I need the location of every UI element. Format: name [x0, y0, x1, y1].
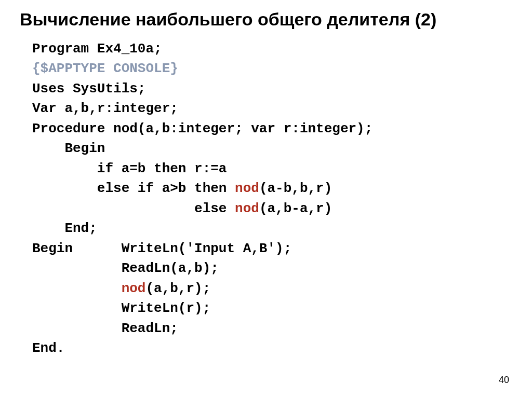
page-number: 40: [499, 375, 509, 386]
code-line: ReadLn;: [32, 321, 178, 336]
code-call: nod: [122, 281, 146, 296]
code-line-part: else: [32, 201, 235, 216]
code-line: Procedure nod(a,b:integer; var r:integer…: [32, 121, 373, 136]
code-line: End.: [32, 340, 64, 356]
code-line-part: (a,b-a,r): [259, 201, 332, 216]
code-directive: {$APPTYPE CONSOLE}: [32, 61, 178, 76]
code-line: Program Ex4_10a;: [32, 41, 162, 57]
code-line-part: else if a>b then: [32, 181, 235, 196]
code-line: Begin WriteLn('Input A,B');: [32, 241, 291, 256]
code-block: Program Ex4_10a; {$APPTYPE CONSOLE} Uses…: [0, 30, 532, 359]
code-call: nod: [235, 181, 259, 196]
code-line: Uses SysUtils;: [32, 81, 145, 97]
code-line: ReadLn(a,b);: [32, 260, 219, 276]
code-line: if a=b then r:=a: [32, 161, 227, 176]
code-line: End;: [32, 221, 97, 236]
code-line: Begin: [32, 141, 105, 156]
code-line: WriteLn(r);: [32, 300, 210, 316]
code-call: nod: [235, 201, 259, 216]
code-line-part: (a,b,r);: [145, 281, 210, 296]
code-line-part: [32, 281, 122, 296]
code-line-part: (a-b,b,r): [259, 181, 332, 196]
code-line: Var a,b,r:integer;: [32, 101, 178, 116]
slide-title: Вычисление наибольшего общего делителя (…: [0, 0, 532, 30]
